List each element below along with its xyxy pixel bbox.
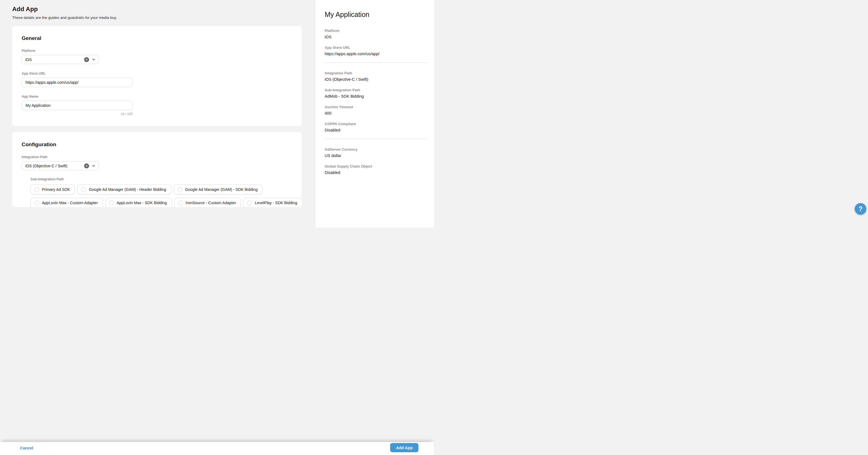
configuration-section-heading: Configuration bbox=[22, 141, 292, 148]
integration-path-field: Integration Path iOS (Objective-C / Swif… bbox=[22, 155, 292, 170]
option-applovin-sdk-bidding[interactable]: AppLovin Max - SDK Bidding bbox=[105, 198, 172, 207]
page-header: Add App These details are the guides and… bbox=[0, 0, 315, 20]
summary-label: App Store URL bbox=[325, 45, 427, 50]
option-label: Primary Ad SDK bbox=[42, 187, 70, 192]
main-content-area: Add App These details are the guides and… bbox=[0, 0, 315, 228]
summary-label: Platform bbox=[325, 29, 427, 33]
option-label: AppLovin Max - Custom Adapter bbox=[42, 201, 98, 205]
page-subtitle: These details are the guides and guardra… bbox=[12, 15, 315, 20]
summary-label: COPPA Compliant bbox=[325, 122, 427, 126]
radio-button-icon[interactable] bbox=[81, 187, 86, 192]
option-ironsource-custom-adapter[interactable]: IronSource - Custom Adapter bbox=[174, 198, 241, 207]
radio-button-icon[interactable] bbox=[34, 187, 39, 192]
platform-select-value: iOS bbox=[25, 58, 84, 62]
summary-item-adserver-currency: AdServer Currency US dollar bbox=[325, 147, 427, 158]
radio-button-icon[interactable] bbox=[109, 201, 114, 205]
sub-integration-options: Primary Ad SDK Google Ad Manager (GAM) -… bbox=[31, 185, 292, 207]
summary-item-auction-timeout: Auction Timeout 400 bbox=[325, 105, 427, 116]
summary-label: Sub-Integration Path bbox=[325, 88, 427, 92]
summary-divider bbox=[325, 139, 427, 139]
summary-label: Integration Path bbox=[325, 71, 427, 75]
summary-value: https://apps.apple.com/us/app/ bbox=[325, 52, 427, 56]
summary-item-global-supply-chain: Global Supply Chain Object Disabled bbox=[325, 164, 427, 175]
option-gam-header-bidding[interactable]: Google Ad Manager (GAM) - Header Bidding bbox=[78, 185, 171, 194]
clear-icon[interactable]: ✕ bbox=[84, 57, 89, 62]
summary-label: Auction Timeout bbox=[325, 105, 427, 109]
sub-integration-row-2: AppLovin Max - Custom Adapter AppLovin M… bbox=[31, 198, 292, 207]
option-levelplay-sdk-bidding[interactable]: LevelPlay - SDK Bidding bbox=[243, 198, 302, 207]
summary-value: US dollar bbox=[325, 154, 427, 158]
summary-item-platform: Platform iOS bbox=[325, 29, 427, 39]
radio-button-icon[interactable] bbox=[247, 201, 252, 205]
platform-select[interactable]: iOS ✕ bbox=[22, 55, 99, 64]
sub-integration-path-label: Sub-Integration Path bbox=[31, 177, 292, 181]
app-store-url-input[interactable] bbox=[22, 78, 133, 87]
option-label: AppLovin Max - SDK Bidding bbox=[117, 201, 167, 205]
option-label: LevelPlay - SDK Bidding bbox=[255, 201, 297, 205]
radio-button-icon[interactable] bbox=[178, 187, 182, 192]
integration-path-select-value: iOS (Objective-C / Swift) bbox=[25, 164, 84, 168]
summary-value: iOS (Objective-C / Swift) bbox=[325, 77, 427, 82]
summary-item-app-store-url: App Store URL https://apps.apple.com/us/… bbox=[325, 45, 427, 56]
option-label: IronSource - Custom Adapter bbox=[186, 201, 236, 205]
summary-sidebar: My Application Platform iOS App Store UR… bbox=[315, 0, 434, 228]
option-primary-ad-sdk[interactable]: Primary Ad SDK bbox=[31, 185, 75, 194]
option-gam-sdk-bidding[interactable]: Google Ad Manager (GAM) - SDK Bidding bbox=[174, 185, 262, 194]
summary-label: Global Supply Chain Object bbox=[325, 164, 427, 168]
summary-value: Disabled bbox=[325, 170, 427, 175]
general-section-heading: General bbox=[22, 35, 292, 41]
app-store-url-field: App Store URL bbox=[22, 72, 292, 87]
platform-label: Platform bbox=[22, 49, 292, 53]
summary-divider bbox=[325, 62, 427, 63]
sub-integration-path-group: Sub-Integration Path Primary Ad SDK Goog… bbox=[31, 177, 292, 207]
app-name-field: App Name 14 / 100 bbox=[22, 95, 292, 116]
app-name-char-counter: 14 / 100 bbox=[22, 112, 133, 116]
chevron-down-icon[interactable] bbox=[92, 164, 95, 167]
platform-field: Platform iOS ✕ bbox=[22, 49, 292, 64]
clear-icon[interactable]: ✕ bbox=[84, 163, 89, 168]
option-label: Google Ad Manager (GAM) - Header Bidding bbox=[89, 187, 166, 192]
option-label: Google Ad Manager (GAM) - SDK Bidding bbox=[185, 187, 257, 192]
sub-integration-row-1: Primary Ad SDK Google Ad Manager (GAM) -… bbox=[31, 185, 292, 194]
integration-path-select[interactable]: iOS (Objective-C / Swift) ✕ bbox=[22, 161, 99, 170]
summary-label: AdServer Currency bbox=[325, 147, 427, 152]
radio-button-icon[interactable] bbox=[178, 201, 183, 205]
app-name-label: App Name bbox=[22, 95, 292, 98]
option-applovin-custom-adapter[interactable]: AppLovin Max - Custom Adapter bbox=[31, 198, 103, 207]
general-section-card: General Platform iOS ✕ App Store URL App… bbox=[12, 26, 302, 126]
page-title: Add App bbox=[12, 5, 315, 13]
summary-value: AdMob - SDK Bidding bbox=[325, 94, 427, 98]
radio-button-icon[interactable] bbox=[34, 201, 39, 205]
summary-item-sub-integration-path: Sub-Integration Path AdMob - SDK Bidding bbox=[325, 88, 427, 98]
summary-value: 400 bbox=[325, 111, 427, 116]
app-store-url-label: App Store URL bbox=[22, 72, 292, 75]
summary-value: Disabled bbox=[325, 128, 427, 132]
summary-value: iOS bbox=[325, 35, 427, 39]
summary-title: My Application bbox=[325, 10, 427, 19]
summary-item-integration-path: Integration Path iOS (Objective-C / Swif… bbox=[325, 71, 427, 82]
summary-item-coppa: COPPA Compliant Disabled bbox=[325, 122, 427, 132]
chevron-down-icon[interactable] bbox=[92, 58, 95, 61]
integration-path-label: Integration Path bbox=[22, 155, 292, 159]
configuration-section-card: Configuration Integration Path iOS (Obje… bbox=[12, 132, 302, 207]
app-name-input[interactable] bbox=[22, 101, 133, 110]
